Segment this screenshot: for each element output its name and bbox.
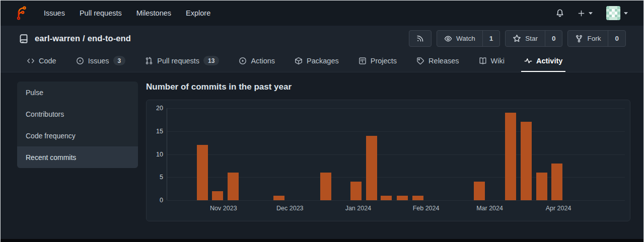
commit-bar [228, 173, 239, 200]
window-bottom-edge [1, 239, 643, 242]
watch-button[interactable]: Watch 1 [437, 30, 500, 47]
y-axis-tick-label: 10 [147, 150, 163, 158]
commit-bar [551, 164, 562, 200]
tab-activity[interactable]: Activity [521, 51, 565, 72]
x-axis-month-label: Nov 2023 [210, 205, 237, 212]
commits-chart-panel: 05101520 Nov 2023Dec 2023Jan 2024Feb 202… [146, 100, 630, 221]
rss-feed-button[interactable] [409, 30, 432, 47]
pull-requests-count-badge: 13 [203, 56, 219, 65]
gridline [167, 154, 625, 155]
fork-icon [575, 35, 583, 43]
book-icon [479, 57, 487, 65]
bell-icon [555, 9, 564, 18]
repo-icon [19, 34, 29, 44]
y-axis-tick-label: 15 [147, 127, 163, 135]
commit-bar [505, 113, 516, 200]
x-axis-month-label: Apr 2024 [546, 205, 571, 212]
forgejo-logo-icon[interactable] [15, 6, 28, 20]
y-axis-labels: 05101520 [147, 108, 163, 200]
repo-header: earl-warren/end-to-end Watch [1, 26, 643, 51]
nav-link-explore[interactable]: Explore [186, 9, 210, 17]
tab-actions[interactable]: Actions [236, 51, 278, 72]
star-count[interactable]: 0 [545, 31, 562, 46]
fork-label: Fork [587, 35, 601, 42]
chart-title: Number of commits in the past year [146, 82, 630, 92]
x-axis-month-label: Mar 2024 [476, 205, 503, 212]
activity-content: Pulse Contributors Code frequency Recent… [1, 72, 643, 221]
gridline [167, 200, 625, 201]
plus-icon [578, 10, 585, 17]
eye-icon [444, 35, 452, 43]
commit-bar [320, 173, 331, 200]
repo-tab-bar: Code Issues 3 Pull requests 13 [1, 51, 643, 72]
pulse-icon [524, 57, 532, 65]
nav-link-pull-requests[interactable]: Pull requests [80, 9, 122, 17]
package-icon [295, 57, 303, 65]
repo-action-buttons: Watch 1 Star 0 [409, 30, 626, 47]
issue-opened-icon [76, 57, 84, 65]
y-axis-tick-label: 5 [147, 173, 163, 181]
notifications-bell-button[interactable] [555, 9, 564, 18]
top-navbar: Issues Pull requests Milestones Explore [1, 1, 643, 26]
chevron-down-icon [623, 12, 628, 15]
commit-bar [366, 136, 377, 200]
x-axis-labels: Nov 2023Dec 2023Jan 2024Feb 2024Mar 2024… [167, 205, 625, 215]
commit-bar [412, 196, 423, 200]
commit-bar [521, 122, 532, 200]
commit-bar [350, 182, 362, 200]
avatar [606, 6, 620, 20]
tab-packages[interactable]: Packages [292, 51, 342, 72]
y-axis-tick-label: 20 [147, 104, 163, 112]
tag-icon [416, 57, 424, 65]
chevron-down-icon [588, 12, 593, 15]
repo-breadcrumb: earl-warren/end-to-end [35, 34, 131, 43]
sidebar-item-pulse[interactable]: Pulse [17, 82, 138, 103]
nav-link-issues[interactable]: Issues [44, 9, 65, 17]
play-circle-icon [239, 57, 247, 65]
commit-bar [197, 145, 208, 200]
watch-count[interactable]: 1 [482, 31, 500, 46]
fork-count[interactable]: 0 [608, 31, 625, 46]
repo-path-separator: / [80, 34, 88, 43]
nav-link-milestones[interactable]: Milestones [136, 9, 171, 17]
gridline [167, 131, 625, 132]
chart-plot [167, 108, 625, 200]
tab-code[interactable]: Code [24, 51, 59, 72]
create-new-dropdown[interactable] [578, 10, 593, 17]
x-axis-month-label: Jan 2024 [345, 205, 371, 212]
commit-bar [474, 182, 485, 200]
commit-bar [381, 196, 392, 200]
x-axis-month-label: Feb 2024 [413, 205, 440, 212]
rss-icon [416, 35, 424, 42]
y-axis-tick-label: 0 [147, 196, 163, 204]
gridline [167, 108, 625, 109]
tab-projects[interactable]: Projects [355, 51, 400, 72]
repo-name-link[interactable]: end-to-end [88, 34, 131, 43]
tab-releases[interactable]: Releases [413, 51, 462, 72]
star-label: Star [525, 35, 538, 42]
commit-bar [273, 196, 284, 200]
star-icon [513, 34, 521, 43]
repo-header-section: earl-warren/end-to-end Watch [1, 26, 643, 72]
code-icon [27, 57, 35, 65]
sidebar-item-contributors[interactable]: Contributors [17, 103, 138, 125]
issues-count-badge: 3 [113, 56, 126, 65]
navbar-right [555, 6, 628, 20]
tab-pull-requests[interactable]: Pull requests 13 [142, 51, 222, 72]
tab-wiki[interactable]: Wiki [476, 51, 508, 72]
repo-owner-link[interactable]: earl-warren [35, 34, 80, 43]
forgejo-repo-activity-page: Issues Pull requests Milestones Explore [0, 0, 644, 242]
star-button[interactable]: Star 0 [505, 30, 562, 47]
user-menu-dropdown[interactable] [606, 6, 628, 20]
recent-commits-main: Number of commits in the past year 05101… [146, 82, 630, 221]
commit-bar [397, 196, 408, 200]
sidebar-item-recent-commits[interactable]: Recent commits [17, 146, 138, 168]
commit-bar [212, 191, 223, 200]
sidebar-item-code-frequency[interactable]: Code frequency [17, 125, 138, 146]
fork-button[interactable]: Fork 0 [567, 30, 626, 47]
x-axis-month-label: Dec 2023 [276, 205, 304, 212]
watch-label: Watch [456, 35, 475, 42]
tab-issues[interactable]: Issues 3 [73, 51, 129, 72]
git-pull-request-icon [145, 57, 153, 65]
activity-sidebar-menu: Pulse Contributors Code frequency Recent… [17, 82, 138, 168]
